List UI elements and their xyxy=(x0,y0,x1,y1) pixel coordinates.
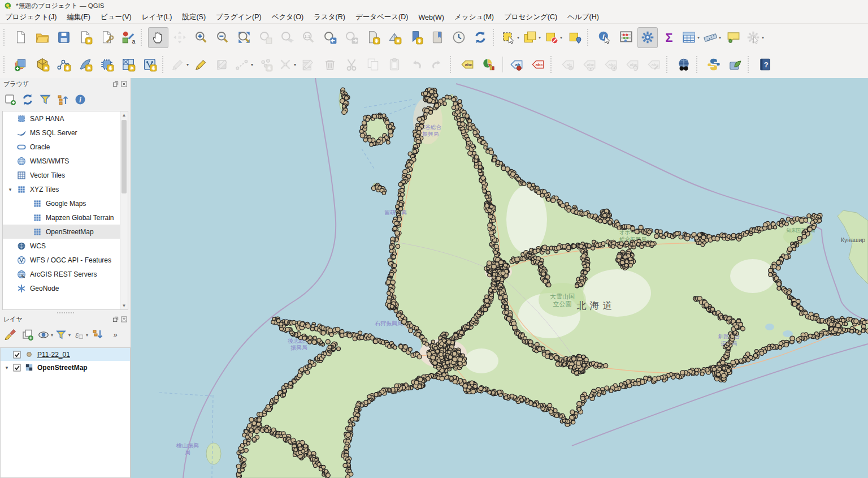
map-tips-button[interactable] xyxy=(723,27,744,48)
layers-close-button[interactable] xyxy=(121,316,127,322)
zoom-last-button[interactable] xyxy=(320,27,340,48)
data-source-manager-button[interactable] xyxy=(11,54,31,75)
new-3d-view-button[interactable] xyxy=(384,27,405,48)
zoom-in-button[interactable] xyxy=(191,27,211,48)
browser-item-wms-wmts[interactable]: WMS/WMTS xyxy=(3,154,128,168)
new-mesh-layer-button[interactable] xyxy=(118,54,138,75)
menu-プロセシング[interactable]: プロセシング(C) xyxy=(499,11,562,23)
attribute-table-button[interactable]: ▾ xyxy=(680,27,701,48)
open-project-button[interactable] xyxy=(32,27,53,48)
toolbar-grip[interactable] xyxy=(748,56,752,73)
browser-item-google-maps[interactable]: Google Maps xyxy=(3,196,128,210)
toolbar-grip[interactable] xyxy=(450,56,454,73)
deselect-all-button[interactable]: ▾ xyxy=(543,27,563,48)
menu-メッシュ[interactable]: メッシュ(M) xyxy=(449,11,499,23)
metasearch-button[interactable] xyxy=(674,54,694,75)
layers-style-button[interactable] xyxy=(2,327,18,343)
python-console-button[interactable] xyxy=(704,54,724,75)
browser-item-openstreetmap[interactable]: OpenStreetMap xyxy=(3,225,128,239)
menu-ラスタ[interactable]: ラスタ(R) xyxy=(309,11,350,23)
panel-filter-button[interactable] xyxy=(37,92,53,107)
layers-filter-button[interactable]: ▾ xyxy=(55,327,71,343)
menu-ヘルプ[interactable]: ヘルプ(H) xyxy=(562,11,604,23)
menu-プラグイン[interactable]: プラグイン(P) xyxy=(211,11,267,23)
select-rectangle-button[interactable]: ▾ xyxy=(500,27,520,48)
plugin-layers-button[interactable] xyxy=(725,54,745,75)
new-map-view-button[interactable] xyxy=(363,27,383,48)
menu-設定[interactable]: 設定(S) xyxy=(177,11,211,23)
select-by-value-button[interactable]: ▾ xyxy=(522,27,542,48)
temporal-controller-button[interactable] xyxy=(449,27,469,48)
measure-button[interactable]: ▾ xyxy=(702,27,722,48)
identify-features-button[interactable]: i xyxy=(594,27,615,48)
menu-ビュー[interactable]: ビュー(V) xyxy=(96,11,137,23)
browser-item-xyz-tiles[interactable]: ▾XYZ Tiles xyxy=(3,182,128,196)
save-project-button[interactable] xyxy=(54,27,74,48)
select-by-location-button[interactable] xyxy=(565,27,585,48)
new-shapefile-button[interactable] xyxy=(54,54,74,75)
style-manager-button[interactable]: a xyxy=(118,27,138,48)
toolbar-grip[interactable] xyxy=(493,29,497,46)
help-contents-button[interactable]: ? xyxy=(755,54,775,75)
menu-編集[interactable]: 編集(E) xyxy=(62,11,96,23)
layout-manager-button[interactable] xyxy=(97,27,117,48)
new-project-button[interactable] xyxy=(11,27,31,48)
panel-add-layer-button[interactable] xyxy=(2,92,18,107)
layers-overflow-button[interactable]: » xyxy=(107,327,123,343)
browser-item-arcgis-rest-servers[interactable]: ArcGIS REST Servers xyxy=(3,267,128,281)
statistical-summary-button[interactable]: Σ xyxy=(659,27,679,48)
menu-データベース[interactable]: データベース(D) xyxy=(350,11,414,23)
pan-map-button[interactable] xyxy=(148,27,168,48)
layer-row-openstreetmap[interactable]: ▾OpenStreetMap xyxy=(1,361,130,374)
toolbar-grip[interactable] xyxy=(550,56,554,73)
browser-item-vector-tiles[interactable]: Vector Tiles xyxy=(3,168,128,182)
layers-themes-button[interactable]: ▾ xyxy=(37,327,53,343)
layers-expression-button[interactable]: ε▾ xyxy=(72,327,88,343)
pin-labels-button[interactable]: ab xyxy=(506,54,527,75)
browser-item-sap-hana[interactable]: SAP HANA xyxy=(3,111,128,126)
menu-プロジェクト[interactable]: プロジェクト(J) xyxy=(0,11,62,23)
toolbar-grip[interactable] xyxy=(3,56,7,73)
browser-scrollbar[interactable]: ▲▼ xyxy=(120,111,128,309)
processing-toolbox-button[interactable] xyxy=(637,27,658,48)
browser-item-oracle[interactable]: Oracle xyxy=(3,140,128,154)
expander-icon[interactable]: ▾ xyxy=(7,187,13,192)
browser-item-wfs-ogc-api-features[interactable]: WFS / OGC API - Features xyxy=(3,253,128,267)
browser-float-button[interactable] xyxy=(112,81,119,87)
toolbar-grip[interactable] xyxy=(162,56,166,73)
menu-ベクタ[interactable]: ベクタ(O) xyxy=(267,11,309,23)
menu-レイヤ[interactable]: レイヤ(L) xyxy=(137,11,177,23)
statistics-button[interactable] xyxy=(616,27,636,48)
browser-item-geonode[interactable]: GeoNode xyxy=(3,281,128,295)
browser-close-button[interactable] xyxy=(121,81,127,87)
browser-item-ms-sql-server[interactable]: MS SQL Server xyxy=(3,126,128,140)
layers-add-group-button[interactable] xyxy=(20,327,36,343)
toolbar-grip[interactable] xyxy=(666,56,670,73)
toolbar-grip[interactable] xyxy=(696,56,700,73)
new-geopackage-button[interactable] xyxy=(32,54,53,75)
browser-item-mapzen-global-terrain[interactable]: Mapzen Global Terrain xyxy=(3,210,128,225)
refresh-map-button[interactable] xyxy=(470,27,491,48)
layers-float-button[interactable] xyxy=(112,316,119,322)
toolbar-grip[interactable] xyxy=(141,29,145,46)
zoom-full-button[interactable] xyxy=(234,27,254,48)
panel-collapse-button[interactable] xyxy=(55,92,71,107)
layer-checkbox[interactable] xyxy=(13,351,21,359)
new-gpx-layer-button[interactable] xyxy=(140,54,160,75)
panel-refresh-button[interactable] xyxy=(20,92,36,107)
map-canvas[interactable]: 北海道大雪山国立公園石狩振興局後志総合振興局留萌振興局宗谷総合振興局オホーツク総… xyxy=(131,78,868,478)
toolbar-grip[interactable] xyxy=(3,29,7,46)
panel-properties-button[interactable]: i xyxy=(72,92,88,107)
new-virtual-layer-button[interactable] xyxy=(97,54,117,75)
new-layout-button[interactable] xyxy=(75,27,96,48)
layer-checkbox[interactable] xyxy=(13,364,21,372)
unplaced-labels-button[interactable]: abc xyxy=(528,54,548,75)
browser-item-wcs[interactable]: WCS xyxy=(3,239,128,253)
new-bookmark-button[interactable] xyxy=(406,27,426,48)
layer-row-p11-22-01[interactable]: P11-22_01 xyxy=(1,348,130,361)
toggle-editing-button[interactable] xyxy=(191,54,211,75)
toolbar-grip[interactable] xyxy=(587,29,591,46)
new-spatialite-button[interactable] xyxy=(75,54,96,75)
layer-expander-icon[interactable]: ▾ xyxy=(4,365,10,371)
layer-labeling-button[interactable]: abc xyxy=(457,54,478,75)
